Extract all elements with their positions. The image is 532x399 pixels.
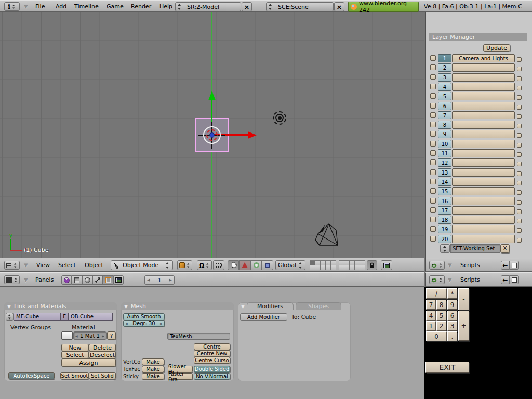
layer-visibility-checkbox[interactable]	[430, 55, 436, 61]
object-name-field[interactable]: OB:Cube	[68, 313, 113, 321]
texfac-make-button[interactable]: Make	[142, 366, 164, 373]
layer-visibility-checkbox[interactable]	[430, 93, 436, 99]
lock-layers-button[interactable]	[367, 260, 377, 270]
layer-visibility-checkbox[interactable]	[430, 188, 436, 194]
calc-key-divide[interactable]: /	[426, 288, 447, 299]
layer-name-field[interactable]	[452, 187, 515, 195]
layer-number-button[interactable]: 12	[438, 158, 451, 167]
shading-context-button[interactable]	[82, 275, 92, 285]
set-solid-button[interactable]: Set Solid	[89, 372, 116, 379]
layer-name-field[interactable]	[452, 197, 515, 205]
menu-help[interactable]: Help	[159, 3, 172, 10]
scripts-new-window-button[interactable]	[510, 275, 519, 284]
viewport-3d[interactable]: y x (1) Cube	[0, 12, 424, 258]
manipulator-toggle-button[interactable]	[228, 260, 239, 270]
material-help-button[interactable]: ?	[107, 331, 116, 340]
panel-collapse-icon[interactable]: ▼	[124, 304, 128, 309]
layer-number-button[interactable]: 1	[438, 54, 451, 62]
link-materials-panel-header[interactable]: ▼ Link and Materials	[4, 302, 117, 310]
window-type-button[interactable]: i	[4, 2, 20, 11]
degr-prev-icon[interactable]: ◀	[125, 322, 128, 325]
panel-collapse-icon[interactable]: ▼	[241, 304, 245, 309]
set-name-field[interactable]: SET:Working Set	[450, 244, 500, 253]
layer-lock-checkbox[interactable]	[517, 228, 522, 233]
calc-key-2[interactable]: 2	[436, 321, 446, 331]
scene-context-button[interactable]	[113, 275, 124, 285]
draw-type-button[interactable]	[177, 260, 192, 270]
layer-lock-checkbox[interactable]	[517, 162, 522, 166]
degr-stepper[interactable]: ◀ Degr: 30 ▶	[123, 320, 165, 327]
centre-new-button[interactable]: Centre New	[194, 350, 230, 357]
menu-add[interactable]: Add	[56, 3, 66, 10]
layer-lock-checkbox[interactable]	[517, 190, 522, 195]
layer-name-field[interactable]	[452, 235, 515, 243]
set-close-button[interactable]: X	[500, 244, 510, 253]
layer-name-field[interactable]	[452, 92, 515, 100]
calc-key-decimal[interactable]: .	[447, 331, 457, 341]
layer-lock-checkbox[interactable]	[517, 143, 522, 148]
collapse-menu-icon[interactable]: ▼	[448, 262, 452, 268]
proportional-edit-button[interactable]	[213, 260, 224, 270]
layer-visibility-checkbox[interactable]	[430, 122, 436, 127]
calc-exit-button[interactable]: EXIT	[425, 362, 469, 373]
mesh-browse-button[interactable]	[6, 313, 14, 321]
layer-number-button[interactable]: 16	[438, 197, 451, 205]
collapse-menu-icon[interactable]: ▼	[24, 4, 28, 9]
autotexspace-toggle[interactable]: AutoTexSpace	[8, 372, 55, 379]
layer-lock-checkbox[interactable]	[517, 219, 522, 223]
tab-shapes[interactable]: Shapes	[296, 302, 341, 310]
object-context-button[interactable]	[92, 275, 103, 285]
texmesh-field[interactable]: TexMesh:	[167, 332, 230, 340]
layer-visibility-checkbox[interactable]	[430, 169, 436, 175]
panel-collapse-icon[interactable]: ▼	[7, 304, 11, 309]
material-color-swatch[interactable]	[61, 331, 73, 340]
calc-key-multiply[interactable]: *	[447, 288, 457, 299]
layer-visibility-checkbox[interactable]	[430, 112, 436, 118]
scripts-back-button[interactable]: ←	[501, 275, 510, 284]
manipulator-scale-button[interactable]	[262, 260, 273, 270]
layer-lock-checkbox[interactable]	[517, 200, 522, 205]
calc-key-minus[interactable]: -	[458, 288, 469, 310]
layer-visibility-checkbox[interactable]	[430, 150, 436, 156]
layer-lock-checkbox[interactable]	[517, 124, 522, 128]
double-sided-toggle[interactable]: Double Sided	[194, 366, 230, 373]
layer-number-button[interactable]: 9	[438, 130, 451, 138]
layer-lock-checkbox[interactable]	[517, 86, 522, 90]
menu-timeline[interactable]: Timeline	[74, 3, 99, 10]
script-context-button[interactable]	[72, 275, 82, 285]
auto-smooth-toggle[interactable]: Auto Smooth	[123, 313, 165, 320]
layer-number-button[interactable]: 20	[438, 235, 451, 243]
camera-object[interactable]	[310, 219, 343, 251]
layer-lock-checkbox[interactable]	[517, 238, 522, 243]
layer-name-field[interactable]	[452, 73, 515, 82]
set-smooth-button[interactable]: Set Smoot	[60, 372, 89, 379]
layer-number-button[interactable]: 8	[438, 121, 451, 129]
layer-lock-checkbox[interactable]	[517, 171, 522, 176]
layer-number-button[interactable]: 10	[438, 140, 451, 148]
layer-name-field[interactable]	[452, 102, 515, 110]
degr-next-icon[interactable]: ▶	[160, 322, 163, 325]
object-center-dot[interactable]	[209, 132, 215, 138]
calc-key-8[interactable]: 8	[436, 300, 446, 310]
layer-name-field[interactable]: Camera and Lights	[452, 54, 515, 62]
layer-name-field[interactable]	[452, 225, 515, 233]
layer-name-field[interactable]	[452, 83, 515, 91]
layer-number-button[interactable]: 14	[438, 178, 451, 186]
layer-number-button[interactable]: 3	[438, 73, 451, 82]
layer-visibility-checkbox[interactable]	[430, 217, 436, 222]
layer-name-field[interactable]	[452, 63, 515, 72]
layer-number-button[interactable]: 5	[438, 92, 451, 100]
layer-number-button[interactable]: 7	[438, 111, 451, 119]
layer-visibility-checkbox[interactable]	[430, 84, 436, 89]
layer-number-button[interactable]: 13	[438, 168, 451, 177]
layer-lock-checkbox[interactable]	[517, 66, 522, 71]
layer-number-button[interactable]: 17	[438, 206, 451, 215]
material-assign-button[interactable]: Assign	[61, 358, 116, 367]
set-selector-stepper[interactable]	[440, 244, 450, 253]
editor-type-button-3dview[interactable]	[4, 261, 20, 270]
menu-file[interactable]: File	[35, 3, 45, 10]
layer-number-button[interactable]: 4	[438, 83, 451, 91]
layer-lock-checkbox[interactable]	[517, 76, 522, 81]
collapse-menu-icon[interactable]: ▼	[24, 262, 28, 268]
calc-key-1[interactable]: 1	[426, 321, 436, 331]
